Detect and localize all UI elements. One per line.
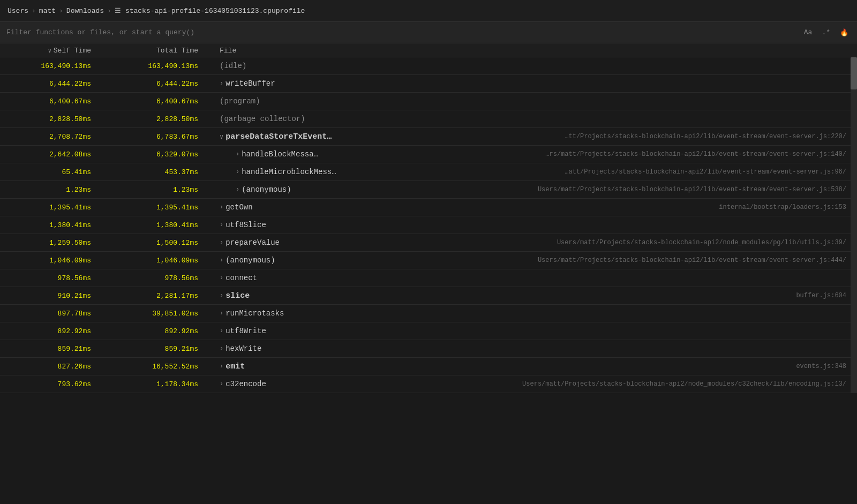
expand-arrow-icon[interactable]: › <box>220 239 223 246</box>
filter-input[interactable] <box>6 28 798 36</box>
function-name: utf8Write <box>225 327 266 335</box>
file-path: Users/matt/Projects/stacks-blockchain-ap… <box>557 239 857 246</box>
cell-total-time: 1,380.41ms <box>107 221 214 229</box>
file-path: internal/bootstrap/loaders.js:153 <box>719 204 857 211</box>
cell-file: › (anonymous)Users/matt/Projects/stacks-… <box>214 185 857 194</box>
table-row[interactable]: 6,444.22ms6,444.22ms› writeBuffer <box>0 75 857 93</box>
cell-file: › handleMicroblockMess……att/Projects/sta… <box>214 168 857 176</box>
cell-file: › utf8Write <box>214 327 857 335</box>
expand-arrow-icon[interactable]: › <box>220 363 223 370</box>
column-headers: ∨ Self Time Total Time File <box>0 43 857 57</box>
table-row[interactable]: 897.78ms39,851.02ms› runMicrotasks <box>0 305 857 322</box>
expand-arrow-icon[interactable]: ∨ <box>220 133 223 141</box>
function-name: runMicrotasks <box>225 309 284 318</box>
expand-arrow-icon[interactable]: › <box>236 151 239 158</box>
expand-arrow-icon[interactable]: › <box>236 186 239 193</box>
cell-file: › handleBlockMessa……rs/matt/Projects/sta… <box>214 150 857 159</box>
file-path: events.js:348 <box>796 363 857 370</box>
cell-total-time: 6,329.07ms <box>107 151 214 159</box>
table-row[interactable]: 978.56ms978.56ms› connect <box>0 269 857 287</box>
data-table: 163,490.13ms163,490.13ms(idle)6,444.22ms… <box>0 57 857 393</box>
expand-arrow-icon[interactable]: › <box>220 80 223 87</box>
table-row[interactable]: 2,828.50ms2,828.50ms(garbage collector) <box>0 110 857 128</box>
expand-arrow-icon[interactable]: › <box>220 292 223 299</box>
function-name: parseDataStoreTxEvent… <box>225 132 332 141</box>
scrollbar-track[interactable] <box>851 57 857 393</box>
cell-file: › connect <box>214 274 857 282</box>
table-row[interactable]: 910.21ms2,281.17ms› slicebuffer.js:604 <box>0 287 857 305</box>
function-name: c32encode <box>225 380 266 388</box>
cell-total-time: 978.56ms <box>107 274 214 282</box>
function-name: (anonymous) <box>225 256 275 265</box>
table-row[interactable]: 1,380.41ms1,380.41ms› utf8Slice <box>0 216 857 234</box>
table-row[interactable]: 2,708.72ms6,783.67ms∨ parseDataStoreTxEv… <box>0 128 857 146</box>
scrollbar-thumb[interactable] <box>851 57 857 89</box>
cell-total-time: 6,400.67ms <box>107 97 214 106</box>
cell-total-time: 6,444.22ms <box>107 80 214 88</box>
expand-arrow-icon[interactable]: › <box>220 274 223 282</box>
regex-button[interactable]: .* <box>820 27 832 37</box>
expand-arrow-icon[interactable]: › <box>220 380 223 388</box>
table-row[interactable]: 1,046.09ms1,046.09ms› (anonymous)Users/m… <box>0 252 857 269</box>
function-name: connect <box>225 274 257 282</box>
cell-total-time: 1,178.34ms <box>107 380 214 388</box>
expand-arrow-icon[interactable]: › <box>220 345 223 352</box>
breadcrumb-matt[interactable]: matt <box>39 7 56 15</box>
expand-arrow-icon[interactable]: › <box>220 204 223 211</box>
file-path: …tt/Projects/stacks-blockchain-api2/lib/… <box>565 133 857 140</box>
expand-arrow-icon[interactable]: › <box>236 168 239 176</box>
table-row[interactable]: 1,259.50ms1,500.12ms› prepareValueUsers/… <box>0 234 857 252</box>
aa-button[interactable]: Aa <box>802 27 815 37</box>
col-header-self-time[interactable]: ∨ Self Time <box>0 47 107 55</box>
table-row[interactable]: 793.62ms1,178.34ms› c32encodeUsers/matt/… <box>0 375 857 393</box>
cell-file: › prepareValueUsers/matt/Projects/stacks… <box>214 238 857 247</box>
expand-arrow-icon[interactable]: › <box>220 327 223 335</box>
expand-arrow-icon[interactable]: › <box>220 257 223 264</box>
expand-arrow-icon[interactable]: › <box>220 310 223 317</box>
table-row[interactable]: 65.41ms453.37ms› handleMicroblockMess……a… <box>0 163 857 181</box>
cell-self-time: 6,400.67ms <box>0 97 107 106</box>
cell-total-time: 1,500.12ms <box>107 239 214 247</box>
file-path: …rs/matt/Projects/stacks-blockchain-api2… <box>545 151 857 158</box>
cell-file: (garbage collector) <box>214 115 857 123</box>
cell-total-time: 16,552.52ms <box>107 363 214 371</box>
breadcrumb-downloads[interactable]: Downloads <box>66 7 104 15</box>
cell-self-time: 978.56ms <box>0 274 107 282</box>
cell-total-time: 859.21ms <box>107 345 214 353</box>
col-header-total-time[interactable]: Total Time <box>107 47 214 55</box>
main-content: 163,490.13ms163,490.13ms(idle)6,444.22ms… <box>0 57 857 393</box>
cell-file: › slicebuffer.js:604 <box>214 291 857 300</box>
file-path: Users/matt/Projects/stacks-blockchain-ap… <box>522 380 857 388</box>
breadcrumb-sep-1: › <box>32 7 36 15</box>
cell-total-time: 892.92ms <box>107 327 214 335</box>
cell-file: › c32encodeUsers/matt/Projects/stacks-bl… <box>214 380 857 388</box>
function-name: handleBlockMessa… <box>242 150 318 159</box>
table-row[interactable]: 827.26ms16,552.52ms› emitevents.js:348 <box>0 358 857 375</box>
function-name: handleMicroblockMess… <box>242 168 336 176</box>
cell-total-time: 6,783.67ms <box>107 133 214 141</box>
cell-self-time: 1,395.41ms <box>0 204 107 212</box>
file-path: buffer.js:604 <box>796 292 857 299</box>
flame-icon[interactable]: 🔥 <box>838 27 851 38</box>
table-row[interactable]: 1,395.41ms1,395.41ms› getOwninternal/boo… <box>0 199 857 216</box>
breadcrumb-sep-2: › <box>59 7 63 15</box>
table-row[interactable]: 6,400.67ms6,400.67ms(program) <box>0 93 857 110</box>
table-row[interactable]: 859.21ms859.21ms› hexWrite <box>0 340 857 358</box>
table-row[interactable]: 2,642.08ms6,329.07ms› handleBlockMessa……… <box>0 146 857 163</box>
function-name: (garbage collector) <box>220 115 305 123</box>
breadcrumb-filename[interactable]: stacks-api-profile-1634051031123.cpuprof… <box>125 7 305 15</box>
cell-file: › hexWrite <box>214 344 857 353</box>
breadcrumb-users[interactable]: Users <box>7 7 28 15</box>
cell-self-time: 910.21ms <box>0 292 107 300</box>
cell-self-time: 2,828.50ms <box>0 115 107 123</box>
cell-file: (idle) <box>214 62 857 70</box>
function-name: hexWrite <box>225 344 261 353</box>
table-row[interactable]: 1.23ms1.23ms› (anonymous)Users/matt/Proj… <box>0 181 857 199</box>
table-row[interactable]: 163,490.13ms163,490.13ms(idle) <box>0 57 857 75</box>
filter-icons: Aa .* 🔥 <box>802 27 851 38</box>
expand-arrow-icon[interactable]: › <box>220 221 223 229</box>
cell-self-time: 793.62ms <box>0 380 107 388</box>
cell-total-time: 2,281.17ms <box>107 292 214 300</box>
function-name: utf8Slice <box>225 221 266 229</box>
table-row[interactable]: 892.92ms892.92ms› utf8Write <box>0 322 857 340</box>
